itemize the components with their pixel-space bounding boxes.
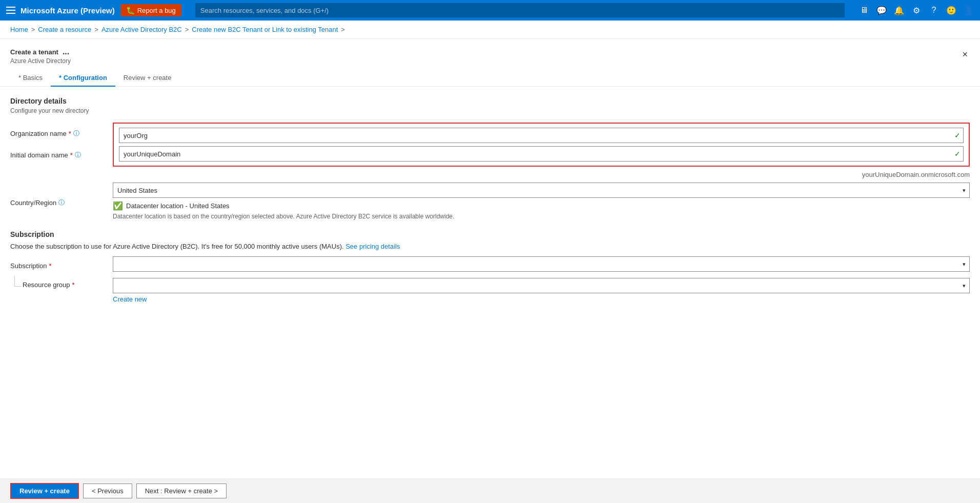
close-button[interactable]: × <box>960 47 970 62</box>
search-input[interactable] <box>195 3 845 17</box>
breadcrumb-sep-4: > <box>341 26 345 33</box>
subscription-label-col: Subscription * <box>10 259 113 270</box>
breadcrumb-sep-3: > <box>185 26 189 33</box>
rg-input-col: ▾ Create new <box>113 278 970 303</box>
directory-section-title: Directory details <box>10 97 970 105</box>
smiley-icon[interactable]: 🙂 <box>946 6 956 15</box>
country-select-wrapper: United States ▾ <box>113 183 970 198</box>
page-title-section: Create a tenant ... Azure Active Directo… <box>10 47 71 65</box>
help-icon[interactable]: ? <box>929 6 939 15</box>
breadcrumb-aad-b2c[interactable]: Azure Active Directory B2C <box>101 26 182 33</box>
country-info-icon[interactable]: ⓘ <box>58 198 65 207</box>
subscription-section-title: Subscription <box>10 230 970 238</box>
subscription-select-col: ▾ <box>113 256 970 272</box>
directory-section-subtitle: Configure your new directory <box>10 107 970 114</box>
country-region-row: Country/Region ⓘ United States ▾ ✅ Datac… <box>10 183 970 220</box>
breadcrumb-create-resource[interactable]: Create a resource <box>38 26 91 33</box>
indent-line <box>10 278 23 287</box>
datacenter-note: Datacenter location is based on the coun… <box>113 213 970 220</box>
bug-icon: 🐛 <box>126 6 135 14</box>
breadcrumb-sep-1: > <box>31 26 35 33</box>
rg-label-col: Resource group * <box>23 278 113 289</box>
subscription-note: Choose the subscription to use for Azure… <box>10 243 970 250</box>
domain-suffix: yourUniqueDomain.onmicrosoft.com <box>10 171 970 178</box>
org-name-input-2[interactable] <box>119 128 964 143</box>
subscription-select-wrapper: ▾ <box>113 256 970 272</box>
review-create-button[interactable]: Review + create <box>10 483 79 499</box>
subscription-row: Subscription * ▾ <box>10 256 970 272</box>
page-header: Create a tenant ... Azure Active Directo… <box>0 39 980 65</box>
breadcrumb: Home > Create a resource > Azure Active … <box>0 21 980 39</box>
page-title: Create a tenant ... <box>10 47 71 56</box>
resource-group-indent-row: Resource group * ▾ Create new <box>10 278 970 303</box>
user-avatar[interactable]: 👤 <box>964 6 974 15</box>
org-check-2: ✓ <box>954 131 961 139</box>
feedback-icon[interactable]: 💬 <box>876 6 887 15</box>
subscription-required: * <box>49 262 52 270</box>
rg-required: * <box>72 281 75 289</box>
report-bug-button[interactable]: 🐛 Report a bug <box>121 4 181 16</box>
bottom-bar: Review + create < Previous Next : Review… <box>0 478 980 503</box>
cloud-shell-icon[interactable]: 🖥 <box>859 6 869 15</box>
settings-icon[interactable]: ⚙ <box>911 6 922 15</box>
resource-group-select[interactable] <box>113 278 970 293</box>
menu-button[interactable] <box>6 5 16 15</box>
more-options-button[interactable]: ... <box>63 47 69 56</box>
datacenter-check-icon: ✅ <box>113 201 123 211</box>
main-container: Create a tenant ... Azure Active Directo… <box>0 39 980 503</box>
tab-configuration[interactable]: Configuration <box>51 70 115 87</box>
country-label-col: Country/Region ⓘ <box>10 195 113 207</box>
tab-basics[interactable]: Basics <box>10 70 51 87</box>
form-body: Directory details Configure your new dir… <box>0 87 980 503</box>
rg-select-wrapper: ▾ <box>113 278 970 293</box>
country-select[interactable]: United States <box>113 183 970 198</box>
pricing-link[interactable]: See pricing details <box>345 243 400 250</box>
topbar-icons: 🖥 💬 🔔 ⚙ ? 🙂 👤 <box>859 6 974 15</box>
tabs: Basics Configuration Review + create <box>0 65 980 87</box>
domain-name-input-2[interactable] <box>119 146 964 162</box>
previous-button[interactable]: < Previous <box>83 484 132 498</box>
next-button[interactable]: Next : Review + create > <box>136 484 227 498</box>
subscription-select[interactable] <box>113 256 970 272</box>
topbar: Microsoft Azure (Preview) 🐛 Report a bug… <box>0 0 980 21</box>
create-new-link[interactable]: Create new <box>113 295 147 303</box>
domain-check-2: ✓ <box>954 150 961 158</box>
breadcrumb-home[interactable]: Home <box>10 26 28 33</box>
tab-review-create[interactable]: Review + create <box>115 70 180 87</box>
notifications-icon[interactable]: 🔔 <box>894 6 904 15</box>
app-brand: Microsoft Azure (Preview) <box>21 6 115 15</box>
breadcrumb-create-tenant-link[interactable]: Create new B2C Tenant or Link to existin… <box>192 26 338 33</box>
datacenter-row: ✅ Datacenter location - United States <box>113 201 970 211</box>
country-select-col: United States ▾ ✅ Datacenter location - … <box>113 183 970 220</box>
subscription-divider: Subscription <box>10 230 970 238</box>
breadcrumb-sep-2: > <box>94 26 98 33</box>
page-subtitle: Azure Active Directory <box>10 57 71 65</box>
